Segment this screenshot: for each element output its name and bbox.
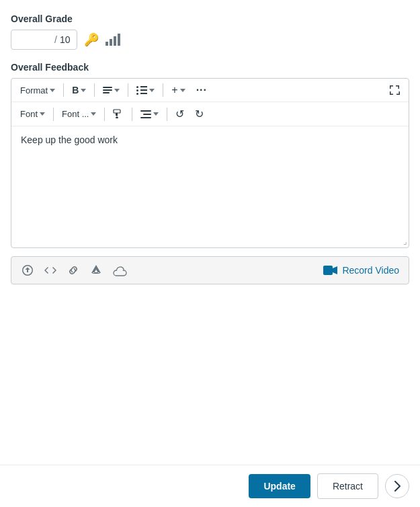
grade-slash: /	[54, 34, 57, 45]
code-icon-button[interactable]	[44, 264, 57, 277]
grade-total: 10	[60, 34, 71, 45]
plus-icon: +	[171, 84, 177, 96]
link-icon	[67, 264, 80, 277]
separator5	[53, 108, 54, 121]
toolbar-row1: Format B	[11, 79, 409, 102]
chevron-right-icon	[394, 481, 401, 492]
list-button[interactable]	[132, 83, 159, 98]
drive-icon	[89, 264, 103, 277]
more-icon: ···	[196, 84, 207, 96]
separator6	[104, 108, 105, 121]
link-icon-button[interactable]	[67, 264, 80, 277]
font-size-button[interactable]: Font ...	[57, 106, 101, 122]
editor-body[interactable]: Keep up the good work ⌟	[11, 126, 409, 247]
svg-rect-7	[323, 266, 333, 275]
format-chevron-icon	[50, 89, 55, 92]
grade-section: Overall Grade / 10 🔑	[11, 13, 409, 50]
separator3	[128, 83, 128, 97]
insert-chevron-icon	[180, 89, 185, 92]
separator8	[167, 108, 167, 121]
grade-input-wrapper: / 10	[11, 30, 77, 50]
retract-button[interactable]: Retract	[317, 473, 378, 499]
paint-icon	[113, 109, 124, 120]
toolbar-row2: Font Font ...	[11, 102, 409, 126]
video-camera-icon	[323, 265, 338, 276]
bold-button[interactable]: B	[67, 82, 91, 98]
indent-chevron-icon	[153, 112, 159, 116]
editor-content: Keep up the good work	[21, 134, 118, 145]
font-size-chevron-icon	[91, 112, 96, 116]
align-chevron-icon	[114, 89, 120, 92]
upload-icon-button[interactable]	[21, 264, 34, 277]
bold-icon: B	[72, 85, 79, 95]
bars-icon[interactable]	[106, 34, 120, 46]
indent-icon	[140, 110, 151, 119]
expand-button[interactable]	[384, 82, 405, 98]
editor-container: Format B	[11, 78, 409, 248]
more-button[interactable]: ···	[192, 81, 212, 99]
list-chevron-icon	[149, 89, 155, 92]
attachment-bar: Record Video	[11, 256, 409, 284]
grade-label: Overall Grade	[11, 13, 409, 24]
upload-icon	[21, 264, 34, 277]
font-family-button[interactable]: Font	[15, 106, 50, 122]
bottom-bar: Update Retract	[0, 465, 420, 507]
svg-rect-6	[140, 117, 151, 118]
update-button[interactable]: Update	[249, 474, 310, 498]
separator7	[132, 108, 132, 121]
indent-button[interactable]	[136, 107, 163, 122]
undo-button[interactable]: ↺	[171, 105, 189, 123]
grade-input[interactable]	[18, 34, 52, 45]
font-size-label: Font ...	[62, 109, 89, 119]
format-button[interactable]: Format	[15, 83, 60, 98]
svg-rect-0	[114, 110, 120, 113]
code-icon	[44, 264, 57, 277]
next-button[interactable]	[385, 474, 409, 498]
grade-row: / 10 🔑	[11, 30, 409, 50]
redo-icon: ↻	[195, 108, 204, 120]
align-icon	[103, 87, 112, 93]
undo-icon: ↺	[175, 108, 184, 120]
resize-handle[interactable]: ⌟	[403, 237, 407, 246]
separator1	[63, 83, 64, 97]
format-label: Format	[20, 85, 48, 95]
svg-rect-5	[143, 114, 151, 115]
font-label: Font	[20, 109, 38, 119]
svg-rect-3	[116, 117, 118, 118]
bold-chevron-icon	[81, 89, 86, 92]
redo-button[interactable]: ↻	[190, 105, 208, 123]
svg-rect-4	[140, 110, 151, 112]
align-button[interactable]	[98, 84, 124, 96]
drive-icon-button[interactable]	[89, 264, 103, 277]
attach-icons	[21, 264, 127, 277]
list-icon	[136, 86, 147, 95]
paint-button[interactable]	[108, 106, 128, 122]
font-chevron-icon	[40, 112, 45, 116]
separator2	[94, 83, 95, 97]
key-icon[interactable]: 🔑	[84, 32, 99, 47]
record-video-button[interactable]: Record Video	[323, 265, 399, 276]
separator4	[163, 83, 163, 97]
feedback-label: Overall Feedback	[11, 62, 409, 73]
svg-marker-8	[333, 266, 337, 274]
insert-button[interactable]: +	[167, 81, 190, 99]
expand-icon	[389, 85, 400, 95]
cloud-icon	[112, 264, 127, 276]
cloud-icon-button[interactable]	[112, 264, 127, 276]
record-video-label: Record Video	[342, 265, 399, 276]
